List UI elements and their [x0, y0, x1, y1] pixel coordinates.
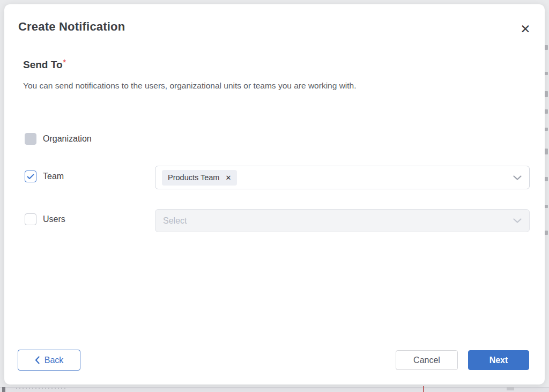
next-button[interactable]: Next	[468, 350, 529, 370]
cancel-button[interactable]: Cancel	[396, 350, 458, 370]
background-artifact	[545, 72, 548, 75]
selected-team-tag: Products Team ✕	[162, 170, 237, 186]
team-checkbox[interactable]	[25, 171, 36, 182]
close-icon[interactable]: ✕	[518, 21, 533, 36]
remove-tag-icon[interactable]: ✕	[225, 174, 231, 181]
chevron-left-icon	[35, 356, 40, 364]
background-artifact	[545, 177, 548, 181]
page-background: Create Notification ✕ Send To* You can s…	[0, 0, 549, 392]
required-asterisk: *	[63, 58, 66, 66]
background-red-marker	[423, 386, 424, 392]
send-to-heading-text: Send To	[23, 59, 63, 70]
back-button-label: Back	[44, 356, 64, 365]
organization-checkbox-label: Organization	[43, 134, 92, 144]
background-artifact	[545, 128, 548, 131]
background-artifact	[545, 91, 548, 97]
background-scrollbar-thumb	[2, 387, 5, 392]
back-button[interactable]: Back	[18, 350, 80, 371]
chevron-down-icon	[513, 218, 522, 223]
users-select[interactable]: Select	[155, 209, 530, 232]
background-artifact	[545, 109, 548, 114]
selected-team-tag-label: Products Team	[168, 173, 219, 182]
background-artifact	[545, 231, 548, 235]
background-artifact	[545, 205, 548, 208]
background-page-strip	[0, 387, 549, 392]
background-artifact	[545, 149, 548, 154]
team-multiselect[interactable]: Products Team ✕	[155, 166, 530, 189]
users-checkbox-label: Users	[43, 215, 65, 224]
checkmark-icon	[27, 174, 34, 180]
create-notification-modal: Create Notification ✕ Send To* You can s…	[4, 4, 545, 384]
users-select-placeholder: Select	[163, 216, 187, 226]
team-checkbox-label: Team	[43, 172, 64, 181]
send-to-description: You can send notifications to the users,…	[23, 81, 357, 91]
organization-checkbox[interactable]	[25, 133, 36, 145]
users-checkbox[interactable]	[25, 213, 36, 225]
background-artifact	[545, 45, 548, 50]
background-artifact	[507, 387, 514, 390]
modal-title: Create Notification	[18, 20, 125, 34]
chevron-down-icon[interactable]	[513, 175, 522, 180]
background-artifact	[16, 388, 67, 389]
send-to-heading: Send To*	[23, 58, 66, 71]
